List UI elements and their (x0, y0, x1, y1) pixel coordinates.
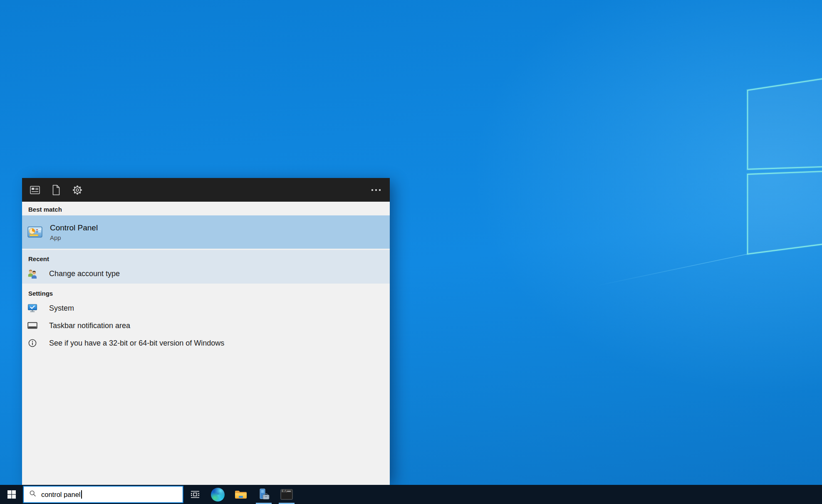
settings-item-system[interactable]: System (22, 299, 390, 317)
settings-item-32-64-bit[interactable]: See if you have a 32-bit or 64-bit versi… (22, 334, 390, 352)
item-label: Taskbar notification area (49, 321, 130, 330)
filter-settings-button[interactable] (71, 178, 84, 202)
result-subtitle: App (50, 234, 98, 241)
recent-section: Recent Change account type (22, 250, 390, 284)
settings-item-taskbar-notification-area[interactable]: Taskbar notification area (22, 317, 390, 334)
command-prompt-icon: C:\ (280, 488, 293, 501)
item-label: See if you have a 32-bit or 64-bit versi… (49, 339, 224, 348)
system-tools-button[interactable] (252, 485, 275, 504)
apps-icon (30, 185, 40, 195)
edge-icon (211, 488, 225, 502)
section-header-best-match: Best match (22, 202, 390, 215)
desktop[interactable]: Best match (0, 0, 822, 504)
section-header-recent: Recent (22, 250, 390, 265)
file-explorer-button[interactable] (229, 485, 252, 504)
document-icon (52, 185, 61, 195)
command-prompt-button[interactable]: C:\ (275, 485, 298, 504)
info-icon (27, 338, 38, 348)
filter-documents-button[interactable] (50, 178, 62, 202)
search-panel: Best match (22, 178, 390, 485)
section-header-settings: Settings (22, 284, 390, 299)
system-monitor-icon (27, 304, 38, 313)
windows-logo-icon (7, 490, 16, 499)
task-view-icon (190, 489, 201, 500)
item-label: Change account type (49, 269, 120, 278)
taskbar-area-icon (27, 322, 38, 329)
user-accounts-icon (27, 269, 38, 279)
filter-apps-button[interactable] (29, 178, 41, 202)
task-view-button[interactable] (183, 485, 206, 504)
edge-button[interactable] (206, 485, 229, 504)
svg-text:C:\: C:\ (282, 489, 287, 493)
taskbar: control panel (0, 485, 822, 504)
best-match-result[interactable]: Control Panel App (22, 215, 390, 249)
taskbar-search-input[interactable]: control panel (23, 486, 183, 503)
more-options-button[interactable] (369, 178, 383, 202)
search-filter-bar (22, 178, 390, 202)
start-button[interactable] (0, 485, 23, 504)
recent-item-change-account-type[interactable]: Change account type (22, 265, 390, 283)
text-caret (81, 490, 82, 499)
search-icon (29, 490, 37, 499)
settings-gear-icon (72, 185, 83, 195)
ellipsis-icon (371, 189, 381, 191)
control-panel-icon (27, 226, 43, 238)
result-title: Control Panel (50, 223, 98, 232)
system-tools-icon (257, 488, 270, 501)
search-text: control panel (41, 491, 80, 499)
folder-icon (234, 489, 248, 500)
item-label: System (49, 304, 74, 313)
best-match-text: Control Panel App (50, 223, 98, 241)
